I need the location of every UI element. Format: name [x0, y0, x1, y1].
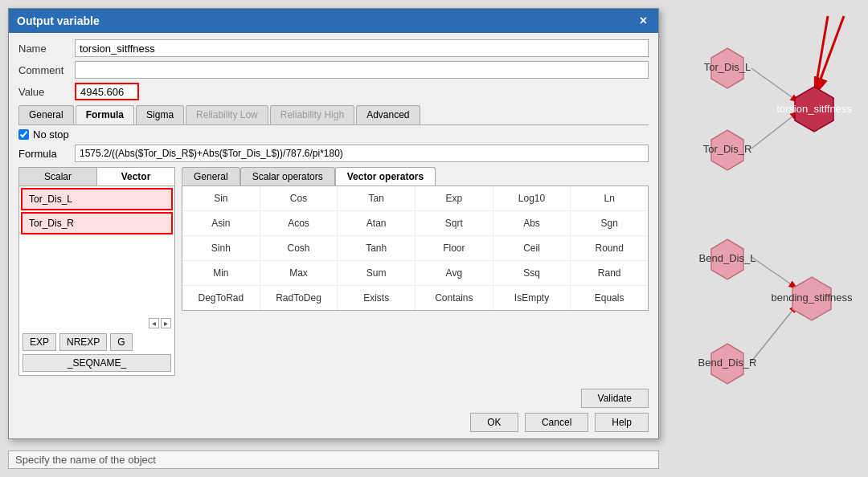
func-ssq[interactable]: Ssq [493, 261, 571, 285]
node-tor-dis-r-label: Tor_Dis_R [703, 143, 752, 155]
name-label: Name [18, 43, 75, 55]
right-panel: General Scalar operators Vector operator… [182, 167, 649, 376]
left-tab-vector[interactable]: Vector [97, 168, 174, 186]
func-round[interactable]: Round [571, 236, 648, 260]
name-row: Name [18, 39, 649, 57]
seqname-button[interactable]: _SEQNAME_ [23, 354, 171, 372]
right-tab-vector-operators[interactable]: Vector operators [335, 167, 436, 186]
func-radtodeg[interactable]: RadToDeg [260, 286, 338, 310]
right-tab-scalar-operators[interactable]: Scalar operators [240, 167, 335, 186]
tab-general[interactable]: General [18, 105, 74, 124]
node-bend-dis-l-label: Bend_Dis_L [699, 252, 756, 264]
func-exp[interactable]: Exp [416, 186, 493, 210]
value-input[interactable] [75, 83, 139, 100]
comment-label: Comment [18, 64, 75, 76]
func-exists[interactable]: Exists [338, 286, 416, 310]
left-panel: Scalar Vector Tor_Dis_L Tor_Dis_R ◂ ▸ EX… [18, 167, 175, 376]
func-sgn[interactable]: Sgn [571, 211, 648, 235]
graph-area: Tor_Dis_L Tor_Dis_R torsion_sitffness Be… [671, 8, 860, 442]
left-panel-tabs: Scalar Vector [19, 168, 174, 186]
func-sin[interactable]: Sin [182, 186, 260, 210]
dialog-footer: Validate OK Cancel Help [9, 382, 658, 438]
svg-line-4 [751, 257, 798, 289]
func-row-2: Sinh Cosh Tanh Floor Ceil Round [182, 236, 648, 261]
func-asin[interactable]: Asin [182, 211, 260, 235]
formula-row: Formula [18, 145, 649, 162]
func-isempty[interactable]: IsEmpty [493, 286, 571, 310]
func-equals[interactable]: Equals [571, 286, 648, 310]
exp-button[interactable]: EXP [23, 333, 56, 351]
func-ceil[interactable]: Ceil [493, 236, 571, 260]
right-panel-tabs: General Scalar operators Vector operator… [182, 167, 649, 186]
func-sinh[interactable]: Sinh [182, 236, 260, 260]
svg-line-5 [751, 304, 798, 361]
formula-input[interactable] [75, 145, 649, 162]
value-row: Value [18, 83, 649, 100]
func-tan[interactable]: Tan [338, 186, 416, 210]
validate-button[interactable]: Validate [581, 389, 649, 408]
no-stop-label: No stop [33, 128, 69, 141]
svg-line-6 [814, 16, 844, 96]
func-cos[interactable]: Cos [260, 186, 338, 210]
close-button[interactable]: × [637, 14, 650, 28]
func-acos[interactable]: Acos [260, 211, 338, 235]
scroll-up-icon[interactable]: ◂ [149, 318, 159, 328]
func-row-1: Asin Acos Atan Sqrt Abs Sgn [182, 211, 648, 236]
main-tabs: General Formula Sigma Reliability Low Re… [18, 105, 649, 125]
node-tor-dis-l-label: Tor_Dis_L [704, 61, 751, 73]
func-atan[interactable]: Atan [338, 211, 416, 235]
formula-label: Formula [18, 148, 75, 160]
tab-sigma[interactable]: Sigma [136, 105, 184, 124]
comment-input[interactable] [75, 61, 649, 79]
func-floor[interactable]: Floor [416, 236, 493, 260]
func-row-3: Min Max Sum Avg Ssq Rand [182, 261, 648, 286]
node-bend-dis-r-label: Bend_Dis_R [698, 357, 757, 369]
func-degtorad[interactable]: DegToRad [182, 286, 260, 310]
main-area: Scalar Vector Tor_Dis_L Tor_Dis_R ◂ ▸ EX… [18, 167, 649, 376]
function-grid: Sin Cos Tan Exp Log10 Ln Asin Acos Atan … [182, 186, 649, 311]
scroll-down-icon[interactable]: ▸ [161, 318, 171, 328]
func-abs[interactable]: Abs [493, 211, 571, 235]
bottom-buttons: EXP NREXP G _SEQNAME_ [19, 330, 174, 375]
left-item-tor-dis-r[interactable]: Tor_Dis_R [21, 212, 173, 234]
func-rand[interactable]: Rand [571, 261, 648, 285]
tab-advanced[interactable]: Advanced [356, 105, 420, 124]
ok-button[interactable]: OK [470, 413, 518, 432]
func-contains[interactable]: Contains [416, 286, 493, 310]
func-min[interactable]: Min [182, 261, 260, 285]
left-tab-scalar[interactable]: Scalar [19, 168, 97, 186]
nrexp-button[interactable]: NREXP [59, 333, 107, 351]
g-button[interactable]: G [110, 333, 132, 351]
help-button[interactable]: Help [595, 413, 649, 432]
func-log10[interactable]: Log10 [493, 186, 571, 210]
graph-svg: Tor_Dis_L Tor_Dis_R torsion_sitffness Be… [671, 8, 860, 442]
func-row-4: DegToRad RadToDeg Exists Contains IsEmpt… [182, 286, 648, 310]
dialog-title: Output variable [17, 14, 100, 27]
cancel-button[interactable]: Cancel [525, 413, 588, 432]
node-bending-stiffness-label: bending_stiffness [772, 292, 853, 304]
no-stop-row: No stop [18, 128, 649, 141]
left-item-tor-dis-l[interactable]: Tor_Dis_L [21, 188, 173, 210]
func-cosh[interactable]: Cosh [260, 236, 338, 260]
func-sum[interactable]: Sum [338, 261, 416, 285]
tab-reliability-low[interactable]: Reliability Low [186, 105, 268, 124]
func-sqrt[interactable]: Sqrt [416, 211, 493, 235]
status-text: Specify the name of the object [15, 454, 156, 466]
no-stop-checkbox[interactable] [18, 129, 29, 140]
tab-formula[interactable]: Formula [76, 105, 134, 124]
func-tanh[interactable]: Tanh [338, 236, 416, 260]
func-ln[interactable]: Ln [571, 186, 648, 210]
value-label: Value [18, 86, 75, 98]
dialog-body: Name Comment Value General Formula Sigma… [9, 33, 658, 382]
status-bar: Specify the name of the object [8, 450, 659, 469]
name-input[interactable] [75, 39, 649, 57]
right-tab-general[interactable]: General [182, 167, 240, 186]
func-avg[interactable]: Avg [416, 261, 493, 285]
left-items-list: Tor_Dis_L Tor_Dis_R [19, 186, 174, 316]
tab-reliability-high[interactable]: Reliability High [270, 105, 354, 124]
func-row-0: Sin Cos Tan Exp Log10 Ln [182, 186, 648, 211]
svg-line-7 [814, 16, 828, 96]
output-variable-dialog: Output variable × Name Comment Value Gen… [8, 8, 659, 439]
func-max[interactable]: Max [260, 261, 338, 285]
title-bar: Output variable × [9, 9, 658, 33]
